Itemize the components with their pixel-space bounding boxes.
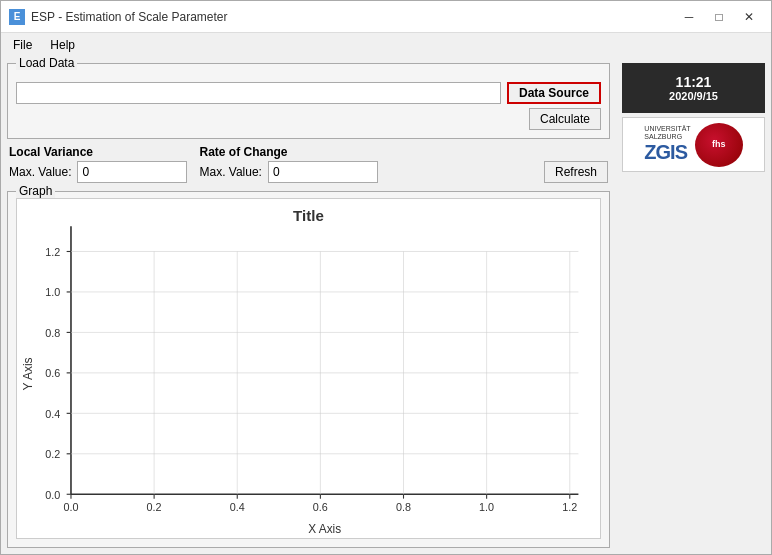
main-window: E ESP - Estimation of Scale Parameter ─ … bbox=[0, 0, 772, 555]
window-title: ESP - Estimation of Scale Parameter bbox=[31, 10, 228, 24]
right-panel: 11:21 2020/9/15 UNIVERSITÄT SALZBURG ZGI… bbox=[616, 57, 771, 554]
roc-value-input[interactable] bbox=[268, 161, 378, 183]
lv-max-label: Max. Value: bbox=[9, 165, 71, 179]
graph-title: Graph bbox=[16, 184, 55, 198]
roc-row: Max. Value: bbox=[199, 161, 377, 183]
svg-text:0.0: 0.0 bbox=[63, 501, 78, 513]
university-text: UNIVERSITÄT SALZBURG bbox=[644, 125, 690, 142]
load-data-group: Load Data Data Source Calculate bbox=[7, 63, 610, 139]
logo-box: UNIVERSITÄT SALZBURG ZGIS fhs bbox=[622, 117, 765, 172]
load-data-title: Load Data bbox=[16, 57, 77, 70]
refresh-button[interactable]: Refresh bbox=[544, 161, 608, 183]
graph-canvas: Title 0.0 0.2 bbox=[16, 198, 601, 539]
app-icon: E bbox=[9, 9, 25, 25]
chart-svg: Title 0.0 0.2 bbox=[17, 199, 600, 538]
calculate-row: Calculate bbox=[16, 108, 601, 130]
lv-row: Max. Value: bbox=[9, 161, 187, 183]
svg-text:0.2: 0.2 bbox=[45, 448, 60, 460]
svg-text:0.8: 0.8 bbox=[396, 501, 411, 513]
time-display: 11:21 bbox=[676, 74, 712, 90]
left-panel: Load Data Data Source Calculate Local Va… bbox=[1, 57, 616, 554]
chart-title: Title bbox=[293, 207, 324, 224]
calculate-button[interactable]: Calculate bbox=[529, 108, 601, 130]
minimize-button[interactable]: ─ bbox=[675, 6, 703, 28]
zgis-logo: UNIVERSITÄT SALZBURG ZGIS bbox=[644, 125, 690, 165]
menu-file[interactable]: File bbox=[5, 36, 40, 54]
svg-text:0.6: 0.6 bbox=[313, 501, 328, 513]
svg-text:0.0: 0.0 bbox=[45, 489, 60, 501]
svg-text:0.4: 0.4 bbox=[45, 408, 60, 420]
svg-text:1.0: 1.0 bbox=[45, 286, 60, 298]
svg-text:1.2: 1.2 bbox=[45, 246, 60, 258]
close-button[interactable]: ✕ bbox=[735, 6, 763, 28]
title-bar-controls: ─ □ ✕ bbox=[675, 6, 763, 28]
local-variance-label: Local Variance bbox=[9, 145, 187, 159]
rate-of-change-label: Rate of Change bbox=[199, 145, 377, 159]
svg-text:1.0: 1.0 bbox=[479, 501, 494, 513]
maximize-button[interactable]: □ bbox=[705, 6, 733, 28]
graph-group: Graph Title 0.0 bbox=[7, 191, 610, 548]
svg-text:0.6: 0.6 bbox=[45, 367, 60, 379]
refresh-area: Refresh bbox=[390, 161, 608, 183]
zgis-text: ZGIS bbox=[644, 141, 687, 164]
svg-text:0.4: 0.4 bbox=[230, 501, 245, 513]
svg-text:0.2: 0.2 bbox=[147, 501, 162, 513]
lv-value-input[interactable] bbox=[77, 161, 187, 183]
title-bar: E ESP - Estimation of Scale Parameter ─ … bbox=[1, 1, 771, 33]
title-bar-left: E ESP - Estimation of Scale Parameter bbox=[9, 9, 228, 25]
main-content: Load Data Data Source Calculate Local Va… bbox=[1, 57, 771, 554]
params-area: Local Variance Max. Value: Rate of Chang… bbox=[7, 145, 610, 183]
svg-text:X Axis: X Axis bbox=[308, 521, 341, 535]
date-display: 2020/9/15 bbox=[669, 90, 718, 102]
svg-text:Y Axis: Y Axis bbox=[21, 357, 35, 390]
time-date-box: 11:21 2020/9/15 bbox=[622, 63, 765, 113]
local-variance-group: Local Variance Max. Value: bbox=[9, 145, 187, 183]
roc-max-label: Max. Value: bbox=[199, 165, 261, 179]
datasource-button[interactable]: Data Source bbox=[507, 82, 601, 104]
menu-help[interactable]: Help bbox=[42, 36, 83, 54]
menu-bar: File Help bbox=[1, 33, 771, 57]
svg-text:1.2: 1.2 bbox=[562, 501, 577, 513]
svg-text:0.8: 0.8 bbox=[45, 327, 60, 339]
load-data-row: Data Source bbox=[16, 82, 601, 104]
load-data-input[interactable] bbox=[16, 82, 501, 104]
rate-of-change-group: Rate of Change Max. Value: bbox=[199, 145, 377, 183]
fh-logo: fhs bbox=[695, 123, 743, 167]
